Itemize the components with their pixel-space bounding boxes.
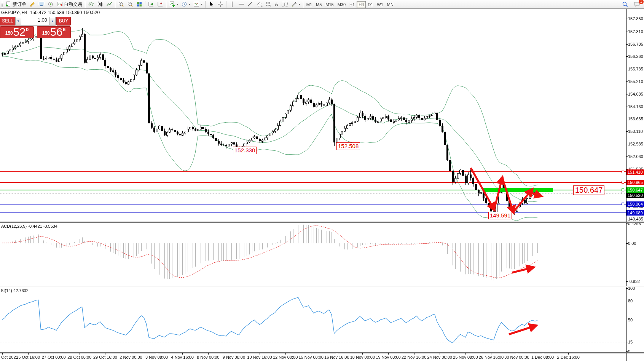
candle-chart-button[interactable] xyxy=(96,0,105,8)
volume-up-button[interactable]: ▲ xyxy=(49,17,56,26)
period-button[interactable]: ▾ xyxy=(180,0,192,8)
fibonacci-tool-button[interactable]: F xyxy=(264,0,273,8)
price-tick: 153.635 xyxy=(628,117,643,121)
symbol-info: GBPJPY-,H4 150.472 150.539 150.390 150.5… xyxy=(1,10,100,15)
price-tick: 155.735 xyxy=(628,67,643,71)
level-handle-151.41[interactable] xyxy=(622,171,624,173)
volume-down-button[interactable]: ▼ xyxy=(15,17,21,26)
zoom-out-button[interactable] xyxy=(126,0,135,8)
signal-icon xyxy=(48,1,54,7)
toolbar-separator xyxy=(85,1,85,8)
cursor-tool-button[interactable] xyxy=(207,0,216,8)
price-tick: 154.685 xyxy=(628,92,643,96)
trendline-icon xyxy=(247,1,253,7)
price-tick: 149.435 xyxy=(628,217,643,221)
buy-price-pip: 6 xyxy=(63,27,65,32)
rsi-scale-tick: 80 xyxy=(628,299,633,303)
timeframe-button-m30[interactable]: M30 xyxy=(336,1,348,8)
arrows-tool-button[interactable]: ▾ xyxy=(290,0,302,8)
toolbar-separator xyxy=(226,1,226,8)
buy-button[interactable]: BUY xyxy=(56,17,71,26)
autotrade-button[interactable]: 自动交易 xyxy=(55,0,84,8)
toolbar-grip[interactable] xyxy=(2,1,3,8)
template-button[interactable]: ▾ xyxy=(192,0,204,8)
notifications-button[interactable]: 1 xyxy=(632,0,642,8)
buy-price-tile[interactable]: 150566 xyxy=(37,26,71,38)
sell-button[interactable]: SELL xyxy=(0,17,15,26)
timeframe-button-h4[interactable]: H4 xyxy=(357,1,366,8)
symbol-title: GBPJPY-,H4 xyxy=(1,10,27,15)
hline-tool-button[interactable] xyxy=(237,0,246,8)
macd-pane[interactable] xyxy=(0,223,626,286)
zoom-out-icon xyxy=(127,1,133,7)
pane-separator[interactable] xyxy=(0,222,644,223)
macd-scale-tick: -0.832 xyxy=(628,279,640,284)
tile-windows-button[interactable] xyxy=(135,0,144,8)
signals-button[interactable] xyxy=(46,0,55,8)
timeframe-button-m15[interactable]: M15 xyxy=(324,1,335,8)
trendline-tool-button[interactable] xyxy=(246,0,255,8)
text-tool-button[interactable]: A xyxy=(273,0,280,8)
volume-input[interactable]: 1.00 xyxy=(21,17,49,26)
tile-windows-icon xyxy=(136,1,142,7)
one-click-trade-panel: SELL ▼ 1.00 ▲ BUY 150520 150566 xyxy=(0,17,72,38)
timeframe-button-m5[interactable]: M5 xyxy=(314,1,324,8)
macd-label: ACD(12,26,9) -0.4421 -0.5534 xyxy=(1,224,57,228)
style-button[interactable] xyxy=(28,0,37,8)
timeframe-row: M1M5M15M30H1H4D1W1MN xyxy=(304,1,395,8)
notification-badge: 1 xyxy=(639,0,644,4)
level-handle-150.965[interactable] xyxy=(622,181,624,184)
cursor-icon xyxy=(208,1,214,7)
autotrade-label: 自动交易 xyxy=(64,1,82,8)
level-handle-150.064[interactable] xyxy=(622,203,624,205)
dropdown-caret: ▾ xyxy=(201,3,202,6)
text-tool-icon: A xyxy=(275,2,278,7)
vline-tool-button[interactable] xyxy=(228,0,237,8)
new-chart-button[interactable]: ▾ xyxy=(167,0,180,8)
zoom-in-button[interactable] xyxy=(116,0,126,8)
channel-tool-button[interactable]: E xyxy=(255,0,264,8)
price-tick: 154.160 xyxy=(628,104,643,109)
zoom-in-icon xyxy=(118,1,124,7)
toolbar-separator xyxy=(303,1,303,8)
rsi-scale-tick: 15 xyxy=(628,340,633,344)
price-annotation-149.591[interactable]: 149.591 xyxy=(488,212,512,219)
clock-icon xyxy=(181,1,187,7)
new-order-button[interactable]: 新订单 xyxy=(4,0,28,8)
vertical-line-icon xyxy=(229,1,235,7)
sell-price-tile[interactable]: 150520 xyxy=(0,26,34,38)
fibonacci-icon: F xyxy=(266,1,272,7)
buy-price-big: 56 xyxy=(50,27,62,37)
price-tag-149.689: 149.689 xyxy=(626,210,644,216)
arrows-tool-icon xyxy=(291,1,297,7)
price-annotation-150.647[interactable]: 150.647 xyxy=(573,185,604,195)
price-annotation-152.508[interactable]: 152.508 xyxy=(336,142,360,150)
level-handle-150.52[interactable] xyxy=(622,192,624,194)
bar-chart-button[interactable] xyxy=(86,0,96,8)
label-tool-button[interactable]: T xyxy=(280,0,290,8)
rsi-label: SI(14) 42.7602 xyxy=(1,288,29,293)
search-button[interactable] xyxy=(620,0,630,8)
chart-shift-button[interactable] xyxy=(156,0,165,8)
timeframe-button-mn[interactable]: MN xyxy=(385,1,395,8)
rsi-scale-tick: 50 xyxy=(628,318,633,322)
timeframe-button-m1[interactable]: M1 xyxy=(304,1,314,8)
price-tag-150.520: 150.520 xyxy=(626,193,644,198)
auto-scroll-button[interactable] xyxy=(147,0,156,8)
pane-separator[interactable] xyxy=(0,286,644,287)
level-handle-150.647[interactable] xyxy=(622,188,624,191)
crosshair-tool-button[interactable] xyxy=(216,0,225,8)
channel-icon: E xyxy=(257,1,263,7)
svg-text:E: E xyxy=(261,5,263,7)
rsi-pane[interactable] xyxy=(0,287,626,353)
resistance-zone-bar[interactable] xyxy=(483,188,553,192)
line-chart-button[interactable] xyxy=(105,0,114,8)
price-annotation-152.330[interactable]: 152.330 xyxy=(233,147,257,154)
terminal-button[interactable] xyxy=(37,0,46,8)
sell-price-prefix: 150 xyxy=(5,30,13,36)
symbol-ohlc: 150.472 150.539 150.390 150.520 xyxy=(30,10,100,15)
timeframe-button-d1[interactable]: D1 xyxy=(366,1,375,8)
pane-separator[interactable] xyxy=(0,352,644,353)
timeframe-button-w1[interactable]: W1 xyxy=(375,1,385,8)
timeframe-button-h1[interactable]: H1 xyxy=(348,1,357,8)
